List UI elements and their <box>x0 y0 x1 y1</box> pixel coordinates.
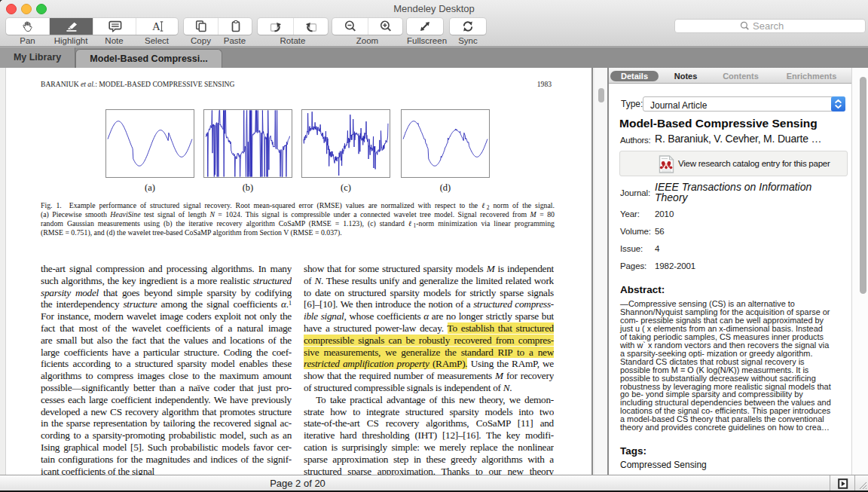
svg-text:A: A <box>152 20 160 32</box>
